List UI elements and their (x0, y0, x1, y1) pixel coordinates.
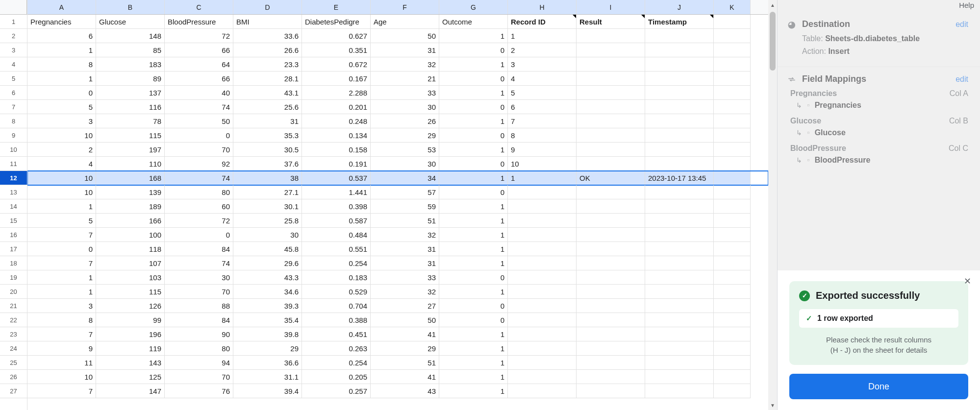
cell[interactable]: 31.1 (233, 370, 302, 384)
cell[interactable] (714, 72, 751, 86)
cell[interactable] (577, 313, 645, 327)
cell[interactable]: 0 (439, 72, 508, 86)
cell[interactable] (577, 100, 645, 114)
cell[interactable]: 1 (508, 171, 577, 185)
cell[interactable] (645, 285, 714, 299)
cell[interactable] (645, 341, 714, 356)
select-all-corner[interactable] (0, 0, 27, 15)
cell[interactable]: 6 (27, 29, 96, 43)
cell[interactable] (577, 43, 645, 57)
cell[interactable]: 148 (96, 29, 165, 43)
cell[interactable] (714, 384, 751, 398)
cell[interactable] (645, 72, 714, 86)
cell[interactable] (714, 157, 751, 171)
cell[interactable] (714, 57, 751, 72)
cell[interactable]: 70 (165, 285, 233, 299)
cell[interactable]: 0 (439, 157, 508, 171)
row-header[interactable]: 25 (0, 356, 27, 370)
cell[interactable]: 0 (439, 185, 508, 199)
cell[interactable]: 45.8 (233, 242, 302, 256)
cell[interactable] (577, 214, 645, 228)
cell[interactable]: 30 (165, 270, 233, 285)
cell[interactable] (714, 228, 751, 242)
header-cell[interactable]: BMI (233, 15, 302, 29)
cell[interactable]: 29 (233, 341, 302, 356)
cell[interactable]: 74 (165, 171, 233, 185)
cell[interactable]: 1 (27, 270, 96, 285)
scroll-up-arrow[interactable]: ▲ (768, 0, 777, 10)
cell[interactable]: 26.6 (233, 43, 302, 57)
cell[interactable] (645, 327, 714, 341)
cell[interactable]: 37.6 (233, 157, 302, 171)
header-cell[interactable]: Glucose (96, 15, 165, 29)
cell[interactable]: 0.191 (302, 157, 371, 171)
cell[interactable]: 0.158 (302, 143, 371, 157)
cell[interactable] (508, 341, 577, 356)
cell[interactable]: 2.288 (302, 86, 371, 100)
cell[interactable]: 9 (508, 143, 577, 157)
cell[interactable]: 1.441 (302, 185, 371, 199)
cell[interactable] (714, 356, 751, 370)
cell[interactable]: 1 (508, 29, 577, 43)
cell[interactable]: 27.1 (233, 185, 302, 199)
cell[interactable] (508, 384, 577, 398)
cell[interactable]: 7 (27, 228, 96, 242)
cell[interactable]: 70 (165, 143, 233, 157)
cell[interactable]: 1 (27, 43, 96, 57)
cell[interactable]: 39.4 (233, 384, 302, 398)
cell[interactable]: 41 (371, 327, 439, 341)
close-icon[interactable]: ✕ (961, 275, 973, 287)
cell[interactable]: 0 (439, 128, 508, 143)
cell[interactable]: 30.5 (233, 143, 302, 157)
cell[interactable]: 34 (371, 171, 439, 185)
cell[interactable] (714, 341, 751, 356)
cell[interactable]: 7 (27, 384, 96, 398)
header-cell[interactable]: Outcome (439, 15, 508, 29)
cell[interactable]: 1 (439, 356, 508, 370)
cell[interactable]: 1 (27, 199, 96, 214)
cell[interactable]: 0 (439, 299, 508, 313)
cell[interactable] (645, 270, 714, 285)
cell[interactable]: 34.6 (233, 285, 302, 299)
cell[interactable]: 0.627 (302, 29, 371, 43)
cell[interactable] (577, 370, 645, 384)
cell[interactable]: 0.257 (302, 384, 371, 398)
row-header[interactable]: 13 (0, 185, 27, 199)
cell[interactable] (645, 57, 714, 72)
cell[interactable]: 116 (96, 100, 165, 114)
cell[interactable]: 94 (165, 356, 233, 370)
cell[interactable]: 35.3 (233, 128, 302, 143)
cell[interactable]: 3 (27, 114, 96, 128)
cell[interactable]: 0.248 (302, 114, 371, 128)
cell[interactable]: 0.388 (302, 313, 371, 327)
cell[interactable]: 0 (27, 86, 96, 100)
cell[interactable] (645, 100, 714, 114)
cell[interactable]: 25.8 (233, 214, 302, 228)
cell[interactable] (508, 313, 577, 327)
cell[interactable]: 66 (165, 72, 233, 86)
cell[interactable] (508, 256, 577, 270)
cell[interactable] (577, 114, 645, 128)
cell[interactable]: 110 (96, 157, 165, 171)
cell[interactable]: 0.351 (302, 43, 371, 57)
cell[interactable]: 74 (165, 256, 233, 270)
cell[interactable]: 0.537 (302, 171, 371, 185)
cell[interactable]: 3 (27, 299, 96, 313)
cell[interactable]: 0.704 (302, 299, 371, 313)
cell[interactable] (508, 242, 577, 256)
cell[interactable]: 72 (165, 29, 233, 43)
cell[interactable]: 43.1 (233, 86, 302, 100)
cell[interactable]: 3 (508, 57, 577, 72)
cell[interactable]: 39.8 (233, 327, 302, 341)
row-header[interactable]: 19 (0, 270, 27, 285)
cell[interactable]: 8 (508, 128, 577, 143)
cell[interactable]: 2 (508, 43, 577, 57)
cell[interactable]: 30 (233, 228, 302, 242)
cell[interactable]: 107 (96, 256, 165, 270)
header-cell[interactable]: Result (577, 15, 645, 29)
cell[interactable] (577, 327, 645, 341)
cell[interactable] (645, 114, 714, 128)
cell[interactable]: 0.134 (302, 128, 371, 143)
cell[interactable]: 1 (439, 384, 508, 398)
cell[interactable]: 50 (165, 114, 233, 128)
